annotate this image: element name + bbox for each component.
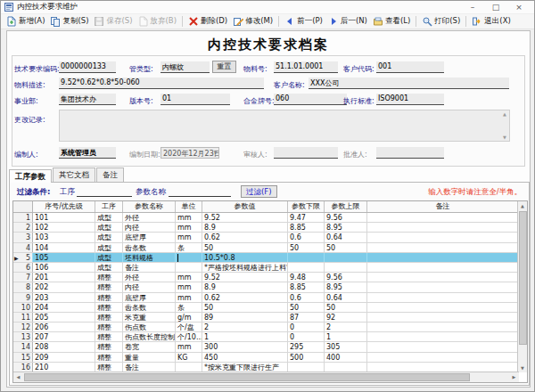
grid-cell[interactable]: 坯料规格 [123, 253, 176, 262]
row-header-cell[interactable]: 4 [13, 243, 33, 252]
grid-cell[interactable] [367, 293, 519, 302]
view-button[interactable]: 查看(L) [370, 15, 413, 28]
grid-column-header[interactable]: 单位 [176, 201, 202, 212]
grid-cell[interactable]: 伤点数长度控制 [123, 332, 176, 341]
grid-cell[interactable]: 精整 [95, 303, 123, 312]
grid-cell[interactable] [325, 263, 367, 272]
grid-cell[interactable]: 外径 [123, 213, 176, 222]
grid-cell[interactable]: 305 [325, 342, 367, 351]
grid-cell[interactable]: 成型 [95, 223, 123, 232]
grid-cell[interactable]: 50 [325, 243, 367, 252]
grid-cell[interactable]: 齿条数 [123, 243, 176, 252]
grid-cell[interactable]: mm [176, 293, 202, 302]
grid-column-header[interactable]: 参数上限 [325, 201, 367, 212]
grid-cell[interactable]: 210 [33, 363, 95, 372]
grid-cell[interactable]: 206 [33, 323, 95, 331]
delete-button[interactable]: 删除(D) [185, 15, 230, 28]
print-button[interactable]: 打印(S) [419, 15, 463, 28]
grid-column-header[interactable]: 参数值 [202, 201, 288, 212]
table-row[interactable]: 11205精整米克重g/m898792 [13, 313, 527, 323]
grid-cell[interactable]: 内径 [123, 282, 176, 291]
grid-cell[interactable]: 104 [33, 243, 95, 252]
grid-cell[interactable] [325, 253, 367, 262]
grid-cell[interactable]: 0 [288, 323, 325, 331]
grid-cell[interactable]: 底壁厚 [123, 233, 176, 241]
grid-cell[interactable]: 成型 [95, 263, 123, 272]
grid-cell[interactable]: 精整 [95, 282, 123, 291]
reset-button[interactable]: 重置 [212, 61, 236, 73]
table-row[interactable]: 2102成型内径mm8.98.858.95 [13, 223, 527, 233]
alloy-field[interactable]: 060 [274, 94, 347, 105]
scroll-up-icon[interactable]: ▲ [518, 201, 527, 210]
grid-column-header[interactable]: 备注 [367, 201, 519, 212]
grid-cell[interactable]: mm [176, 342, 202, 351]
grid-cell[interactable]: 0.6 [288, 293, 325, 302]
grid-cell[interactable]: KG [176, 353, 202, 362]
grid-cell[interactable]: 87 [288, 313, 325, 322]
row-header-cell[interactable]: 15 [13, 353, 33, 362]
grid-cell[interactable]: 101 [33, 213, 95, 222]
grid-cell[interactable]: 207 [33, 332, 95, 341]
scroll-down-icon[interactable]: ▼ [518, 363, 527, 372]
grid-cell[interactable]: 条 [176, 243, 202, 252]
grid-cell[interactable]: 102 [33, 223, 95, 232]
grid-cell[interactable] [176, 363, 202, 372]
grid-cell[interactable] [176, 263, 202, 272]
row-header-cell[interactable]: 9 [13, 293, 33, 302]
material-desc-field[interactable]: 9.52*0.62*0.8*50-060 [59, 78, 264, 89]
grid-cell[interactable]: 2 [325, 323, 367, 331]
grid-cell[interactable]: 8.95 [325, 223, 367, 232]
table-row[interactable]: 1101成型外径mm9.529.479.56 [13, 213, 527, 223]
grid-cell[interactable]: 50 [202, 303, 288, 312]
copy-button[interactable]: 复制(S) [47, 15, 91, 28]
grid-cell[interactable] [367, 323, 519, 331]
grid-cell[interactable]: 295 [288, 342, 325, 351]
grid-cell[interactable]: 9.56 [325, 273, 367, 282]
table-row[interactable]: 13207精整伤点数长度控制个/10...101 [13, 332, 527, 342]
prev-button[interactable]: 前一(P) [282, 15, 325, 28]
grid-column-header[interactable]: 工序 [95, 201, 123, 212]
grid-cell[interactable]: 齿条数 [123, 303, 176, 312]
grid-cell[interactable]: 8.9 [202, 282, 288, 291]
grid-cell[interactable]: 底壁厚 [123, 293, 176, 302]
scrollbar-thumb[interactable] [519, 211, 527, 345]
row-header-cell[interactable]: 14 [13, 342, 33, 351]
grid-cell[interactable]: 精整 [95, 313, 123, 322]
grid-cell[interactable] [288, 253, 325, 262]
grid-cell[interactable]: mm [176, 282, 202, 291]
grid-cell[interactable]: 伤点数 [123, 323, 176, 331]
grid-cell[interactable] [367, 313, 519, 322]
grid-cell[interactable]: 2 [202, 323, 288, 331]
scroll-right-icon[interactable]: ▶ [509, 372, 519, 382]
grid-cell[interactable]: 成型 [95, 253, 123, 262]
table-row[interactable]: 3103成型底壁厚mm0.620.60.64 [13, 233, 527, 242]
grid-cell[interactable]: 0.62 [202, 293, 288, 302]
grid-cell[interactable]: g/m [176, 313, 202, 322]
grid-cell[interactable]: 103 [33, 233, 95, 241]
grid-cell[interactable]: 400 [325, 353, 367, 362]
grid-cell[interactable]: 50 [288, 303, 325, 312]
grid-cell[interactable]: 0.62 [202, 233, 288, 241]
grid-cell[interactable]: mm [176, 213, 202, 222]
grid-cell[interactable]: 204 [33, 303, 95, 312]
grid-cell[interactable]: mm [176, 223, 202, 232]
row-header-cell[interactable]: 13 [13, 332, 33, 341]
scroll-down-icon[interactable]: ▼ [501, 135, 508, 140]
grid-cell[interactable]: 50 [288, 243, 325, 252]
grid-cell[interactable] [367, 282, 519, 291]
grid-horizontal-scrollbar[interactable]: ◀ ▶ [13, 372, 519, 382]
approver-field[interactable] [376, 147, 444, 159]
row-header-cell[interactable]: ▶5 [13, 253, 33, 262]
grid-cell[interactable] [367, 303, 519, 312]
maximize-button[interactable]: □ [484, 1, 507, 13]
grid-cell[interactable]: 0.64 [325, 233, 367, 241]
close-button[interactable]: × [507, 1, 531, 13]
grid-cell[interactable]: 202 [33, 282, 95, 291]
table-row[interactable]: 14208精整卷宽mm300295305 [13, 342, 527, 352]
grid-cell[interactable]: 备注 [123, 263, 176, 272]
row-header-cell[interactable]: 3 [13, 233, 33, 241]
scroll-left-icon[interactable]: ◀ [13, 372, 23, 382]
grid-cell[interactable]: 个/盘 [176, 323, 202, 331]
grid-cell[interactable]: 个/10... [176, 332, 202, 341]
filter-button[interactable]: 过滤(F) [241, 185, 277, 198]
